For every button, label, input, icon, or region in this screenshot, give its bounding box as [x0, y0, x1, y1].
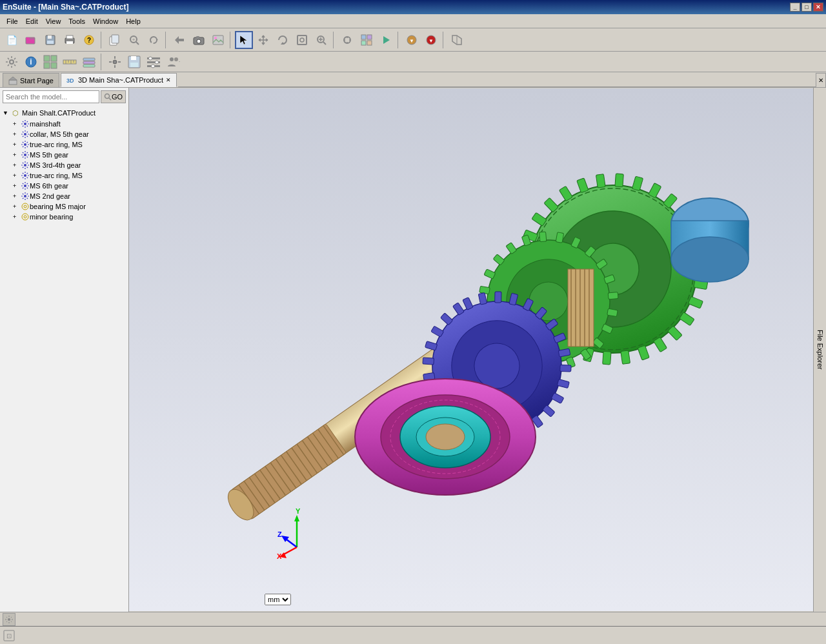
grid-button[interactable]	[41, 53, 59, 71]
list-item[interactable]: + collar, MS 5th gear	[12, 129, 127, 139]
zoom-fit-button[interactable]	[293, 31, 311, 49]
gear-icon	[21, 130, 30, 139]
render-button[interactable]: ▼	[422, 31, 440, 49]
svg-line-77	[109, 98, 111, 100]
svg-point-60	[113, 60, 117, 64]
select-button[interactable]	[235, 31, 253, 49]
search-input[interactable]	[3, 90, 99, 103]
tab-start-page[interactable]: Start Page	[3, 73, 59, 87]
tab-close-button[interactable]: ✕	[166, 77, 171, 83]
list-item[interactable]: + mainshaft	[12, 119, 127, 129]
measure-button[interactable]	[338, 31, 356, 49]
settings2-button[interactable]	[106, 53, 124, 71]
tree-children: + mainshaft + collar, MS 5th gear + true…	[1, 119, 127, 222]
image-button[interactable]	[209, 31, 227, 49]
title-bar: EnSuite - [Main Sha~.CATProduct] _ □ ✕	[0, 0, 826, 14]
new-button[interactable]: 📄	[3, 31, 21, 49]
explode-button[interactable]	[358, 31, 376, 49]
svg-rect-20	[213, 35, 223, 45]
save-button[interactable]	[41, 31, 59, 49]
open-button[interactable]	[22, 31, 40, 49]
bearing-icon	[21, 212, 30, 221]
svg-rect-116	[615, 174, 623, 187]
menu-help[interactable]: Help	[122, 16, 145, 26]
3d-model-view	[129, 88, 813, 612]
separator4	[333, 32, 336, 48]
copy-button[interactable]	[106, 31, 124, 49]
list-item[interactable]: + true-arc ring, MS	[12, 170, 127, 181]
viewport[interactable]: Y Z X mm cm in ft	[129, 88, 813, 612]
svg-rect-50	[44, 63, 50, 68]
save2-button[interactable]	[125, 53, 143, 71]
camera-button[interactable]	[190, 31, 208, 49]
axis-indicator: Y Z X	[271, 508, 323, 560]
back-button[interactable]	[170, 31, 188, 49]
list-item[interactable]: + MS 5th gear	[12, 150, 127, 160]
ruler-button[interactable]	[61, 53, 79, 71]
list-item[interactable]: + minor bearing	[12, 212, 127, 222]
menu-view[interactable]: View	[42, 16, 65, 26]
zoom-in-button[interactable]	[312, 31, 330, 49]
tree-root[interactable]: ▼ ⬡ Main Shalt.CATProduct	[1, 107, 127, 119]
users-button[interactable]: -	[164, 53, 182, 71]
svg-marker-39	[383, 36, 390, 44]
svg-point-83	[24, 174, 26, 177]
tab-start-page-label: Start Page	[20, 77, 54, 85]
separator6	[443, 32, 445, 48]
unit-select[interactable]: mm cm in ft	[265, 594, 291, 605]
tab-catproduct-label: 3D Main Sha~.CATProduct	[78, 76, 163, 84]
svg-rect-62	[131, 56, 136, 60]
file-explorer-panel[interactable]: File Explorer	[813, 88, 826, 612]
tb2-sep1	[101, 54, 103, 70]
settings1-button[interactable]	[3, 53, 21, 71]
list-item[interactable]: + MS 2nd gear	[12, 191, 127, 201]
list-item[interactable]: + MS 6th gear	[12, 181, 127, 191]
svg-rect-177	[495, 292, 501, 303]
svg-rect-3	[48, 35, 52, 39]
material-button[interactable]: ▼	[403, 31, 421, 49]
info-button[interactable]: i	[22, 53, 40, 71]
menu-bar: File Edit View Tools Window Help	[0, 14, 826, 28]
tab-catproduct[interactable]: 3D 3D Main Sha~.CATProduct ✕	[61, 73, 177, 87]
close-button[interactable]: ✕	[813, 3, 823, 12]
layers-button[interactable]	[80, 53, 98, 71]
list-item[interactable]: + MS 3rd-4th gear	[12, 160, 127, 170]
svg-text:3D: 3D	[66, 77, 74, 84]
minimize-button[interactable]: _	[790, 3, 800, 12]
menu-edit[interactable]: Edit	[22, 16, 42, 26]
app-title: EnSuite - [Main Sha~.CATProduct]	[3, 3, 128, 12]
menu-tools[interactable]: Tools	[65, 16, 89, 26]
search-button[interactable]: GO	[101, 90, 126, 103]
svg-rect-57	[83, 58, 95, 61]
menu-window[interactable]: Window	[89, 16, 122, 26]
tab-spacer	[178, 86, 816, 87]
config-button[interactable]	[145, 53, 163, 71]
svg-rect-73	[9, 80, 17, 85]
svg-point-82	[24, 164, 26, 166]
list-item[interactable]: + true-arc ring, MS	[12, 139, 127, 150]
animate-button[interactable]	[377, 31, 395, 49]
toolbar1: 📄 ? +	[0, 28, 826, 52]
svg-point-76	[105, 94, 109, 99]
root-expand[interactable]: ▼	[3, 110, 10, 116]
tab-close-all-button[interactable]: ✕	[816, 73, 826, 87]
svg-rect-115	[596, 174, 605, 188]
left-panel: GO ▼ ⬡ Main Shalt.CATProduct + mainshaft…	[0, 88, 129, 612]
svg-rect-155	[608, 292, 618, 299]
list-item[interactable]: + bearing MS major	[12, 201, 127, 212]
help-button[interactable]: ?	[80, 31, 98, 49]
plane-button[interactable]	[448, 31, 466, 49]
status-icon	[3, 613, 15, 626]
zoom-window-button[interactable]: +	[125, 31, 143, 49]
svg-marker-219	[294, 515, 299, 521]
maximize-button[interactable]: □	[801, 3, 812, 12]
refresh-button[interactable]	[145, 31, 163, 49]
tree-item-label: MS 3rd-4th gear	[30, 161, 81, 169]
svg-rect-37	[361, 41, 366, 45]
move-button[interactable]	[254, 31, 272, 49]
svg-point-69	[152, 65, 155, 68]
rotate-button[interactable]	[274, 31, 292, 49]
print-button[interactable]	[61, 31, 79, 49]
svg-text:?: ?	[87, 37, 91, 44]
menu-file[interactable]: File	[3, 16, 22, 26]
